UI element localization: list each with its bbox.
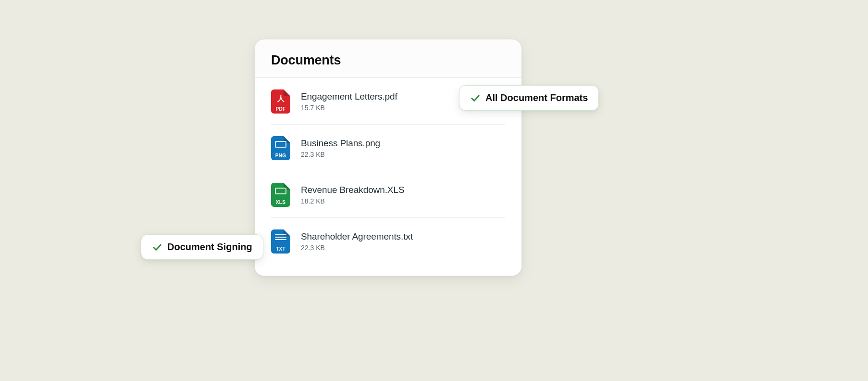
file-name: Business Plans.png (301, 138, 380, 149)
file-ext-label: XLS (271, 200, 290, 205)
documents-card: Documents 人 PDF Engagement Letters.pdf 1… (255, 39, 521, 276)
png-file-icon: PNG (271, 136, 290, 160)
document-signing-badge: Document Signing (141, 234, 263, 260)
txt-file-icon: TXT (271, 229, 290, 254)
file-ext-label: PNG (271, 153, 290, 158)
card-header: Documents (255, 39, 521, 78)
file-size: 18.2 KB (301, 197, 404, 205)
all-document-formats-badge: All Document Formats (459, 85, 599, 111)
file-name: Shareholder Agreements.txt (301, 231, 413, 242)
file-size: 22.3 KB (301, 151, 380, 158)
xls-file-icon: XLS (271, 183, 290, 207)
file-ext-label: TXT (271, 246, 290, 252)
file-row[interactable]: TXT Shareholder Agreements.txt 22.3 KB (271, 218, 505, 264)
file-name: Engagement Letters.pdf (301, 91, 397, 102)
file-size: 15.7 KB (301, 104, 397, 112)
file-size: 22.3 KB (301, 244, 413, 252)
badge-label: All Document Formats (485, 92, 588, 103)
file-row[interactable]: PNG Business Plans.png 22.3 KB (271, 125, 505, 171)
badge-label: Document Signing (167, 241, 252, 253)
file-ext-label: PDF (271, 106, 290, 112)
file-name: Revenue Breakdown.XLS (301, 185, 404, 195)
card-title: Documents (271, 53, 505, 68)
check-icon (152, 242, 162, 253)
pdf-file-icon: 人 PDF (271, 89, 290, 114)
check-icon (470, 93, 481, 103)
file-row[interactable]: XLS Revenue Breakdown.XLS 18.2 KB (271, 171, 505, 218)
